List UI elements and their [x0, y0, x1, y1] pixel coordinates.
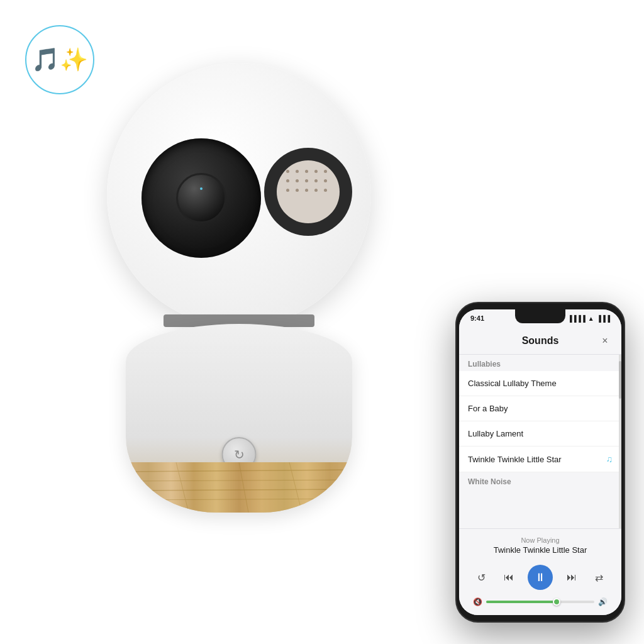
camera-lens — [142, 138, 261, 258]
now-playing-track: Twinkle Twinkle Little Star — [468, 545, 613, 555]
now-playing-note-icon: ♫ — [606, 454, 613, 464]
camera-led — [200, 187, 203, 190]
now-playing-label: Now Playing — [468, 536, 613, 544]
list-item[interactable]: Lullaby Lament — [459, 421, 621, 447]
volume-filled — [486, 601, 557, 603]
volume-thumb — [553, 598, 560, 606]
list-item[interactable]: Classical Lullaby Theme — [459, 371, 621, 396]
volume-slider[interactable] — [486, 601, 594, 603]
app-header: Sounds × — [459, 327, 621, 355]
camera-head — [107, 63, 371, 327]
speaker-dot — [305, 179, 308, 182]
svg-line-1 — [126, 480, 352, 481]
mute-icon: 🔇 — [473, 597, 482, 606]
speaker-dot — [314, 179, 318, 182]
svg-line-4 — [176, 462, 189, 513]
phone-screen: 9:41 ▐▐▐▐ ▲ ▐▐▐ Sounds × Lullabies — [459, 309, 621, 615]
phone-content: Sounds × Lullabies Classical Lullaby The… — [459, 327, 621, 615]
status-icons: ▐▐▐▐ ▲ ▐▐▐ — [567, 315, 610, 322]
sound-item-label: Twinkle Twinkle Little Star — [468, 455, 562, 464]
prev-button[interactable]: ⏮ — [500, 569, 518, 586]
next-button[interactable]: ⏭ — [563, 569, 580, 586]
svg-line-5 — [239, 462, 248, 513]
speaker-dot — [296, 179, 299, 182]
sound-item-label: For a Baby — [468, 404, 508, 413]
speaker-dot — [314, 189, 318, 192]
speaker-dot — [296, 189, 299, 192]
speaker-dot — [286, 170, 289, 173]
playback-controls: ↺ ⏮ ⏸ ⏭ ⇄ — [468, 561, 613, 595]
camera-body: ↻ — [126, 324, 352, 513]
wifi-icon: ▲ — [588, 315, 594, 322]
camera-device: ↻ — [75, 63, 428, 579]
status-time: 9:41 — [470, 314, 484, 322]
camera-lens-inner — [176, 173, 226, 223]
svg-line-3 — [126, 499, 352, 500]
speaker-dot — [305, 189, 308, 192]
speaker-dot — [296, 170, 299, 173]
section-header-lullabies: Lullabies — [459, 355, 621, 371]
sound-item-label: Lullaby Lament — [468, 429, 523, 438]
camera-speaker — [264, 148, 352, 236]
speaker-grille — [277, 160, 340, 223]
speaker-dot — [324, 189, 327, 192]
repeat-button[interactable]: ↺ — [473, 569, 491, 586]
sound-list-area[interactable]: Lullabies Classical Lullaby Theme For a … — [459, 355, 621, 528]
svg-line-0 — [126, 470, 352, 472]
speaker-dot — [324, 179, 327, 182]
shuffle-button[interactable]: ⇄ — [590, 569, 608, 586]
speaker-dot — [305, 170, 308, 173]
speaker-dot — [286, 189, 289, 192]
now-playing-panel: Now Playing Twinkle Twinkle Little Star … — [459, 528, 621, 615]
list-item[interactable]: Twinkle Twinkle Little Star ♫ — [459, 447, 621, 472]
loud-icon: 🔊 — [598, 597, 608, 606]
volume-row: 🔇 🔊 — [468, 595, 613, 610]
battery-icon: ▐▐▐ — [597, 315, 610, 322]
speaker-dot — [286, 179, 289, 182]
scroll-indicator — [619, 355, 621, 528]
smartphone: 9:41 ▐▐▐▐ ▲ ▐▐▐ Sounds × Lullabies — [455, 302, 625, 623]
scroll-thumb — [619, 361, 621, 399]
svg-line-2 — [126, 489, 352, 491]
close-button[interactable]: × — [597, 333, 613, 348]
list-item[interactable]: For a Baby — [459, 396, 621, 421]
phone-notch — [515, 309, 565, 323]
camera-wood-base — [126, 462, 352, 513]
app-title: Sounds — [522, 335, 559, 347]
speaker-dot — [314, 170, 318, 173]
section-header-white-noise: White Noise — [459, 472, 621, 489]
signal-icon: ▐▐▐▐ — [567, 315, 585, 322]
sound-item-label: Classical Lullaby Theme — [468, 379, 557, 388]
sync-icon: ↻ — [234, 447, 245, 462]
pause-button[interactable]: ⏸ — [528, 565, 553, 590]
speaker-dot — [324, 170, 327, 173]
